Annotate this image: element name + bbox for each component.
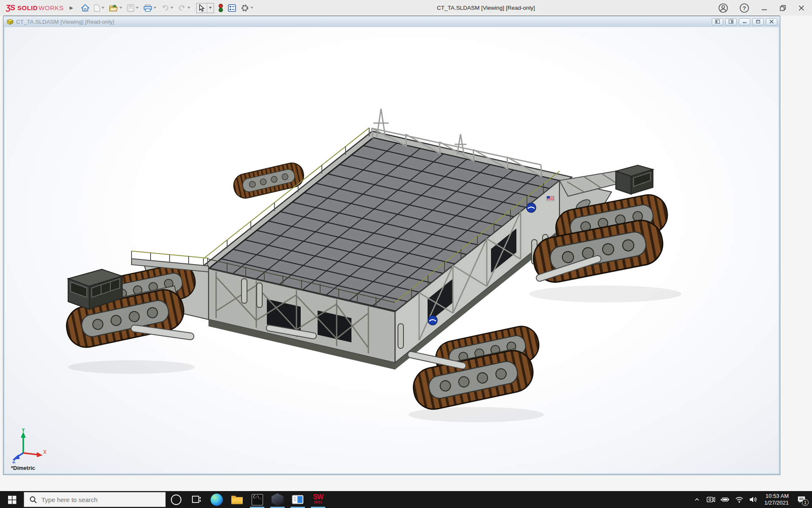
crawler-transporter-model (5, 27, 779, 473)
home-icon (81, 4, 89, 12)
action-center-button[interactable]: 1 (795, 493, 808, 506)
triad-y-label: Y (22, 428, 25, 433)
cortana-icon (171, 494, 181, 505)
start-icon (8, 495, 16, 504)
dropdown-icon[interactable] (154, 7, 156, 9)
help-icon[interactable]: ? (739, 3, 749, 13)
save-button[interactable] (126, 3, 139, 13)
doc-close-button[interactable] (766, 18, 777, 25)
pane-right-icon (729, 19, 733, 24)
display-app-icon (292, 494, 304, 505)
print-icon (143, 4, 152, 12)
restore-icon[interactable] (779, 4, 787, 12)
chevron-up-icon[interactable] (693, 495, 701, 504)
solidworks-app: ƷS SOLID WORKS ▶ (0, 0, 812, 508)
edge-button[interactable] (206, 491, 227, 508)
close-icon[interactable] (798, 4, 805, 12)
app-title: CT_TA.SLDASM [Viewing] [Read-only] (254, 5, 718, 11)
search-icon (29, 496, 37, 504)
doc-restore-icon (756, 19, 760, 24)
app-client-area: CT_TA.SLDASM [Viewing] [Read-only] (0, 16, 812, 491)
dropdown-icon[interactable] (102, 7, 104, 9)
notification-badge: 1 (802, 499, 809, 506)
volume-icon[interactable] (749, 495, 758, 504)
minimize-icon[interactable] (760, 4, 768, 12)
brand-solid: SOLID (17, 4, 38, 11)
open-icon (109, 4, 118, 12)
clock-date: 1/27/2021 (764, 500, 789, 506)
pane-right-button[interactable] (725, 18, 737, 25)
options-button[interactable] (240, 3, 254, 13)
clock-time: 10:53 AM (764, 493, 789, 500)
task-list-button[interactable] (228, 3, 236, 13)
solidworks-taskbar-button[interactable]: SW 2021 (308, 491, 328, 508)
titlebar-controls: ? (718, 3, 805, 13)
select-dropdown-button[interactable] (207, 3, 214, 13)
select-cursor-button[interactable] (197, 3, 207, 13)
document-title: CT_TA.SLDASM [Viewing] [Read-only] (16, 19, 712, 25)
doc-close-icon (769, 19, 774, 24)
solidworks-icon-year: 2021 (313, 500, 323, 505)
new-document-button[interactable] (93, 3, 105, 13)
menu-flyout-arrow-icon[interactable]: ▶ (70, 5, 73, 11)
start-button[interactable] (0, 491, 24, 508)
brand-mark: ƷS (5, 3, 15, 12)
solidworks-icon-text: SW (313, 494, 323, 500)
hexagon-app-button[interactable] (267, 491, 288, 508)
battery-icon[interactable] (720, 495, 730, 504)
command-prompt-icon: C:\_ (252, 494, 263, 505)
triad-x-label: X (43, 449, 47, 455)
dropdown-icon[interactable] (119, 7, 122, 9)
select-cursor-icon (198, 4, 205, 12)
windows-taskbar: C:\_ SW 2021 (0, 491, 812, 508)
dropdown-icon[interactable] (250, 7, 253, 9)
document-titlebar[interactable]: CT_TA.SLDASM [Viewing] [Read-only] (3, 16, 780, 27)
search-input[interactable] (41, 496, 143, 503)
dropdown-icon (209, 7, 212, 9)
command-prompt-button[interactable]: C:\_ (247, 491, 267, 508)
solidworks-icon: SW 2021 (313, 494, 323, 505)
display-app-button[interactable] (288, 491, 308, 508)
pane-left-button[interactable] (712, 18, 723, 25)
doc-restore-button[interactable] (752, 18, 764, 25)
home-button[interactable] (81, 3, 90, 13)
dropdown-icon[interactable] (187, 7, 190, 9)
meet-now-icon[interactable] (706, 495, 715, 504)
system-tray: 10:53 AM 1/27/2021 1 (693, 491, 812, 508)
file-explorer-icon (231, 494, 243, 505)
wifi-icon[interactable] (735, 495, 744, 504)
dropdown-icon[interactable] (170, 7, 173, 9)
hexagon-app-icon (272, 493, 284, 506)
taskbar-clock[interactable]: 10:53 AM 1/27/2021 (764, 493, 789, 506)
new-document-icon (94, 4, 100, 12)
doc-minimize-button[interactable] (739, 18, 750, 25)
save-icon (127, 4, 134, 12)
doc-minimize-icon (742, 19, 747, 24)
account-icon[interactable] (718, 3, 728, 13)
open-button[interactable] (109, 3, 123, 13)
triad-z-label: Z (12, 458, 15, 463)
quick-access-toolbar (81, 3, 254, 13)
cortana-button[interactable] (166, 491, 186, 508)
task-list-icon (228, 4, 236, 12)
task-view-icon (191, 494, 202, 505)
graphics-viewport[interactable]: Y X Z *Dimetric (5, 27, 779, 473)
assembly-icon (7, 19, 14, 25)
svg-text:?: ? (743, 5, 746, 11)
view-orientation-label: *Dimetric (11, 465, 35, 471)
dropdown-icon[interactable] (136, 7, 139, 9)
rebuild-traffic-light-icon (218, 4, 223, 12)
redo-icon (178, 5, 186, 11)
select-tool (196, 3, 214, 13)
undo-button[interactable] (161, 4, 174, 12)
edge-icon (211, 494, 223, 506)
redo-button[interactable] (178, 4, 191, 12)
app-titlebar: ƷS SOLID WORKS ▶ (0, 0, 812, 16)
print-button[interactable] (143, 3, 157, 13)
taskbar-search[interactable] (24, 492, 166, 507)
document-window: CT_TA.SLDASM [Viewing] [Read-only] (3, 16, 780, 475)
task-view-button[interactable] (186, 491, 206, 508)
file-explorer-button[interactable] (227, 491, 247, 508)
solidworks-logo: ƷS SOLID WORKS (6, 3, 64, 12)
rebuild-button[interactable] (218, 3, 224, 13)
